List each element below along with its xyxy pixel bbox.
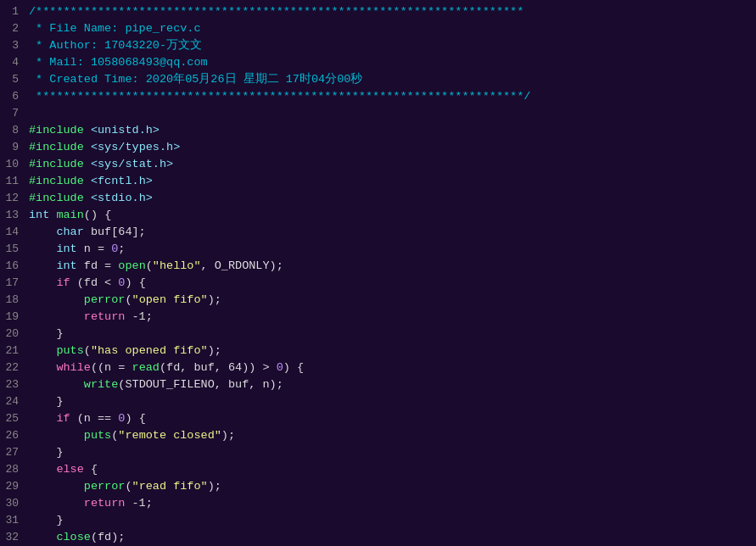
comment-token: * File Name: pipe_recv.c [29, 22, 201, 35]
plain-token [29, 226, 56, 238]
comment-token: /***************************************… [29, 5, 524, 18]
plain-token: (STDOUT_FILENO, buf, n); [118, 378, 283, 391]
line-content: } [25, 326, 756, 343]
string-token: "open fifo" [132, 293, 208, 306]
plain-token [29, 361, 56, 374]
plain-token: ) { [125, 412, 145, 425]
line-number: 3 [0, 37, 25, 54]
preprocessor-token: #include [29, 192, 84, 204]
line-number: 9 [0, 139, 25, 156]
code-line: 17 if (fd < 0) { [0, 275, 756, 292]
line-content: char buf[64]; [25, 224, 756, 241]
plain-token: } [29, 327, 64, 340]
string-token: "remote closed" [118, 429, 221, 442]
include-token: <stdio.h> [91, 192, 153, 204]
code-line: 19 return -1; [0, 309, 756, 326]
plain-token [29, 531, 56, 543]
plain-token: ( [125, 480, 132, 493]
code-line: 12#include <stdio.h> [0, 190, 756, 207]
keyword-token: if [56, 276, 70, 289]
plain-token: (n == [70, 412, 119, 425]
function-token: perror [84, 480, 126, 493]
line-content: /***************************************… [25, 3, 756, 20]
plain-token [84, 192, 91, 204]
number-token: 0 [277, 361, 283, 374]
code-line: 8#include <unistd.h> [0, 122, 756, 139]
comment-token: * Mail: 1058068493@qq.com [29, 56, 208, 69]
plain-token [84, 141, 91, 153]
function-token: open [118, 259, 145, 272]
keyword-token: else [56, 463, 83, 476]
line-number: 21 [0, 343, 25, 359]
plain-token [29, 310, 84, 323]
line-number: 4 [0, 54, 25, 71]
line-content: if (n == 0) { [25, 410, 756, 427]
line-number: 27 [0, 444, 25, 461]
plain-token: (fd < [70, 276, 119, 289]
type-token: char [56, 226, 83, 238]
code-line: 6 **************************************… [0, 88, 756, 105]
plain-token: ); [208, 293, 221, 306]
line-number: 24 [0, 393, 25, 410]
plain-token: , O_RDONLY); [201, 259, 283, 272]
line-number: 23 [0, 376, 25, 393]
include-token: <unistd.h> [91, 124, 160, 136]
line-content: return -1; [25, 495, 756, 512]
code-line: 14 char buf[64]; [0, 224, 756, 241]
plain-token [84, 124, 91, 136]
code-line: 10#include <sys/stat.h> [0, 156, 756, 173]
string-token: "has opened fifo" [91, 344, 208, 357]
line-content: puts("has opened fifo"); [25, 343, 756, 359]
plain-token: ) { [283, 361, 304, 374]
line-number: 8 [0, 122, 25, 139]
line-number: 10 [0, 156, 25, 173]
code-line: 16 int fd = open("hello", O_RDONLY); [0, 258, 756, 275]
plain-token [29, 242, 56, 255]
plain-token: -1; [125, 497, 152, 510]
plain-token [29, 293, 84, 306]
function-token: perror [84, 293, 126, 306]
plain-token: ( [84, 344, 91, 357]
line-content: * Mail: 1058068493@qq.com [25, 54, 756, 71]
code-line: 13int main() { [0, 207, 756, 224]
keyword-token: return [84, 497, 126, 510]
plain-token: -1; [125, 310, 152, 323]
line-number: 2 [0, 20, 25, 37]
function-token: puts [56, 344, 83, 357]
line-content: while((n = read(fd, buf, 64)) > 0) { [25, 359, 756, 376]
code-line: 9#include <sys/types.h> [0, 139, 756, 156]
keyword-token: while [56, 361, 91, 374]
line-content: #include <unistd.h> [25, 122, 756, 139]
line-number: 13 [0, 207, 25, 224]
function-token: main [56, 209, 83, 221]
code-line: 28 else { [0, 461, 756, 478]
line-number: 19 [0, 309, 25, 326]
line-content: * Author: 17043220-万文文 [25, 37, 756, 54]
plain-token [29, 463, 56, 476]
code-line: 27 } [0, 444, 756, 461]
line-content: #include <stdio.h> [25, 190, 756, 207]
code-line: 31 } [0, 512, 756, 529]
line-content: #include <sys/stat.h> [25, 156, 756, 173]
comment-token: * Created Time: 2020年05月26日 星期二 17时04分00… [29, 73, 362, 86]
line-number: 14 [0, 224, 25, 241]
line-number: 1 [0, 3, 25, 20]
line-number: 15 [0, 241, 25, 258]
plain-token: buf[64]; [84, 226, 146, 238]
preprocessor-token: #include [29, 175, 84, 187]
line-number: 25 [0, 410, 25, 427]
plain-token: (fd); [91, 531, 126, 543]
line-number: 17 [0, 275, 25, 292]
code-line: 25 if (n == 0) { [0, 410, 756, 427]
plain-token: } [29, 446, 64, 459]
line-content: } [25, 393, 756, 410]
code-line: 20 } [0, 326, 756, 343]
code-line: 24 } [0, 393, 756, 410]
line-content: #include <sys/types.h> [25, 139, 756, 156]
plain-token: ( [125, 293, 132, 306]
plain-token [84, 175, 91, 187]
line-content: puts("remote closed"); [25, 427, 756, 444]
function-token: read [132, 361, 160, 374]
line-number: 28 [0, 461, 25, 478]
plain-token: fd = [77, 259, 119, 272]
